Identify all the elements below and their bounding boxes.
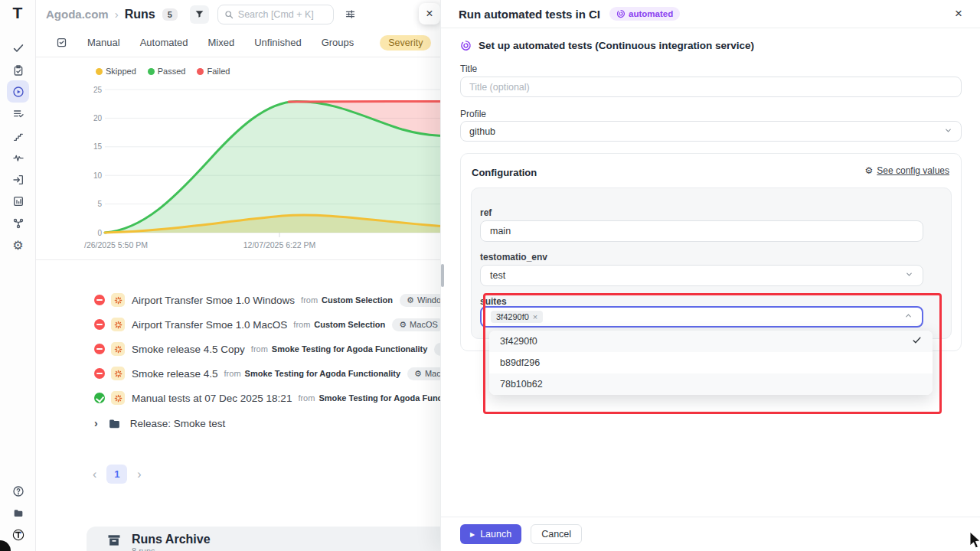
- remove-tag-icon[interactable]: ×: [533, 312, 537, 321]
- svg-text:25: 25: [93, 86, 103, 94]
- activity-icon[interactable]: [7, 146, 29, 168]
- suites-option-b89df296[interactable]: b89df296: [489, 352, 933, 373]
- env-badge-macos: ⚙MacOS: [392, 318, 445, 331]
- see-config-values-link[interactable]: ⚙ See config values: [865, 165, 950, 176]
- setup-heading: Set up automated tests (Continuous integ…: [479, 40, 754, 51]
- run-ci-panel: Run automated tests in CI automated × Se…: [440, 0, 980, 551]
- suites-dropdown: 3f4290f0b89df29678b10b62: [489, 331, 933, 395]
- run-from-label: from: [301, 295, 318, 305]
- run-from-label: from: [224, 369, 241, 378]
- svg-text:10: 10: [93, 171, 103, 180]
- chevron-up-icon: [904, 311, 913, 322]
- scrollbar-thumb[interactable]: [441, 264, 444, 287]
- title-input[interactable]: [460, 77, 962, 97]
- help-icon[interactable]: [7, 480, 29, 502]
- profile-value: github: [469, 126, 495, 137]
- run-title: Smoke release 4.5 Copy: [132, 344, 245, 355]
- tab-groups[interactable]: Groups: [322, 37, 354, 48]
- env-select[interactable]: test: [480, 265, 923, 286]
- runs-count-badge: 5: [162, 8, 178, 21]
- archive-icon: [106, 533, 122, 548]
- suites-option-78b10b62[interactable]: 78b10b62: [489, 373, 933, 395]
- panel-header: Run automated tests in CI automated ×: [441, 0, 980, 28]
- failed-status-icon: [94, 344, 105, 354]
- stairs-icon[interactable]: [7, 125, 29, 147]
- tab-unfinished[interactable]: Unfinished: [254, 37, 301, 48]
- title-label: Title: [460, 64, 477, 74]
- run-title: Manual tests at 07 Dec 2025 18:21: [132, 393, 292, 404]
- parallel-run-icon: [111, 367, 125, 380]
- prev-page-button[interactable]: ‹: [93, 468, 96, 481]
- suites-option-label: 3f4290f0: [500, 336, 537, 347]
- run-source: Custom Selection: [314, 320, 385, 329]
- suites-option-label: b89df296: [500, 357, 540, 368]
- sidebar: T ⚙: [0, 0, 36, 551]
- parallel-run-icon: [111, 391, 125, 405]
- ref-label: ref: [480, 207, 492, 218]
- failed-status-icon: [94, 295, 105, 305]
- reports-icon[interactable]: [7, 190, 29, 212]
- run-from-label: from: [293, 320, 310, 329]
- svg-text:12/07/2025 6:22 PM: 12/07/2025 6:22 PM: [243, 240, 316, 249]
- funnel-icon: [194, 9, 204, 19]
- svg-text:15: 15: [93, 142, 103, 151]
- breadcrumb-section: Runs: [125, 8, 155, 21]
- release-group-label: Release: Smoke test: [130, 418, 226, 429]
- clipboard-check-icon[interactable]: [7, 59, 29, 81]
- selected-suite-tag: 3f4290f0 ×: [491, 311, 543, 323]
- run-title: Airport Transfer Smoe 1.0 Windows: [132, 295, 295, 306]
- svg-text:0: 0: [97, 229, 102, 237]
- release-group-row[interactable]: › Release: Smoke test: [94, 413, 225, 433]
- branch-icon[interactable]: [7, 212, 29, 234]
- configuration-card: Configuration ⚙ See config values ref te…: [460, 153, 962, 351]
- tabs-list: ManualAutomatedMixedUnfinishedGroups: [87, 37, 354, 48]
- profile-select[interactable]: github: [460, 121, 962, 142]
- failed-status-icon: [94, 368, 105, 379]
- settings-gear-icon[interactable]: ⚙: [7, 234, 29, 256]
- cancel-button[interactable]: Cancel: [531, 524, 582, 544]
- svg-text:/26/2025 5:50 PM: /26/2025 5:50 PM: [84, 240, 148, 249]
- parallel-run-icon: [111, 318, 125, 331]
- profile-label: Profile: [460, 109, 486, 119]
- breadcrumb-project[interactable]: Agoda.com: [46, 8, 109, 21]
- tab-automated[interactable]: Automated: [140, 37, 188, 48]
- filter-button[interactable]: [190, 5, 209, 24]
- launch-button[interactable]: ▶ Launch: [460, 524, 521, 544]
- user-avatar[interactable]: [7, 523, 29, 546]
- svg-text:20: 20: [93, 114, 103, 122]
- list-check-icon[interactable]: [7, 103, 29, 125]
- search-input[interactable]: [238, 9, 322, 20]
- current-page-button[interactable]: 1: [106, 465, 127, 484]
- suites-option-3f4290f0[interactable]: 3f4290f0: [489, 331, 933, 352]
- panel-footer: ▶ Launch Cancel: [441, 517, 980, 551]
- view-settings-button[interactable]: [345, 8, 356, 20]
- archive-subtitle: 8 runs: [132, 546, 211, 551]
- tests-icon[interactable]: [7, 37, 29, 59]
- panel-close-button[interactable]: ×: [955, 6, 962, 21]
- passed-status-icon: [94, 393, 105, 403]
- archive-title: Runs Archive: [132, 533, 211, 546]
- logo-accent: [23, 5, 43, 25]
- ref-input[interactable]: [480, 220, 923, 242]
- tab-manual[interactable]: Manual: [87, 37, 120, 48]
- run-source: Custom Selection: [322, 295, 393, 305]
- gear-icon: ⚙: [414, 369, 422, 379]
- tab-mixed[interactable]: Mixed: [208, 37, 235, 48]
- chevron-down-icon: [944, 126, 952, 137]
- overlay-close-button[interactable]: ×: [419, 3, 440, 24]
- runs-icon[interactable]: [7, 80, 29, 103]
- search-box: [217, 5, 334, 24]
- folders-icon[interactable]: [7, 502, 29, 524]
- import-icon[interactable]: [7, 168, 29, 191]
- breadcrumb-separator: ›: [115, 8, 119, 21]
- run-from-label: from: [298, 393, 315, 403]
- run-from-label: from: [251, 344, 268, 354]
- select-runs-icon[interactable]: [56, 37, 67, 48]
- expand-chevron-icon[interactable]: ›: [94, 417, 98, 429]
- suites-multiselect[interactable]: 3f4290f0 ×: [480, 306, 923, 328]
- pagination: ‹ 1 ›: [93, 465, 142, 484]
- next-page-button[interactable]: ›: [137, 468, 141, 481]
- automated-badge: automated: [609, 7, 680, 21]
- gear-icon: ⚙: [407, 295, 414, 305]
- tag-pill-severity[interactable]: Severity: [380, 35, 431, 51]
